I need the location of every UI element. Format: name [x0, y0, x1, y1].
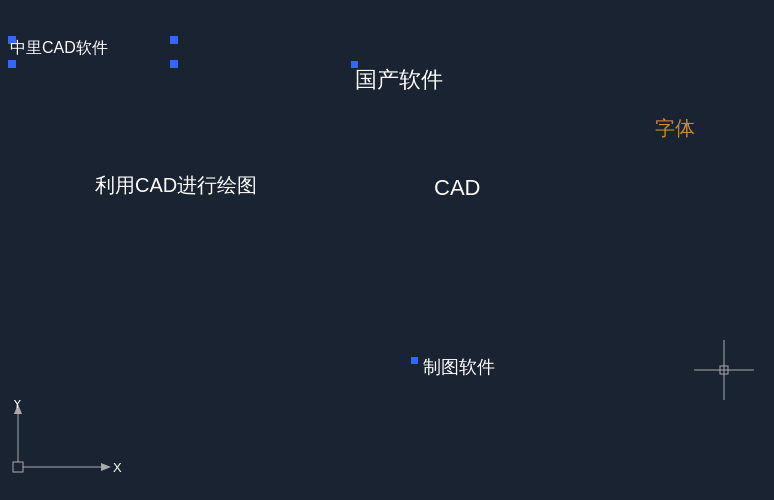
top-right-text: 字体: [655, 115, 695, 142]
bottom-center-text: 制图软件: [423, 355, 495, 379]
cad-canvas: 中里CAD软件 国产软件 字体 利用CAD进行绘图 CAD 制图软件 Y X: [0, 0, 774, 500]
svg-text:X: X: [113, 460, 122, 475]
svg-marker-4: [101, 463, 111, 471]
selection-handle: [170, 36, 178, 44]
top-center-text: 国产软件: [355, 65, 443, 95]
selection-handle: [170, 60, 178, 68]
top-left-text: 中里CAD软件: [10, 39, 108, 56]
axis-svg: Y X: [5, 400, 135, 490]
selection-handle: [8, 60, 16, 68]
selection-handle: [411, 357, 418, 364]
svg-text:Y: Y: [13, 400, 22, 411]
svg-rect-0: [13, 462, 23, 472]
cad-label-text: CAD: [434, 175, 480, 201]
main-label-text: 利用CAD进行绘图: [95, 172, 257, 199]
crosshair-svg: [694, 340, 754, 400]
